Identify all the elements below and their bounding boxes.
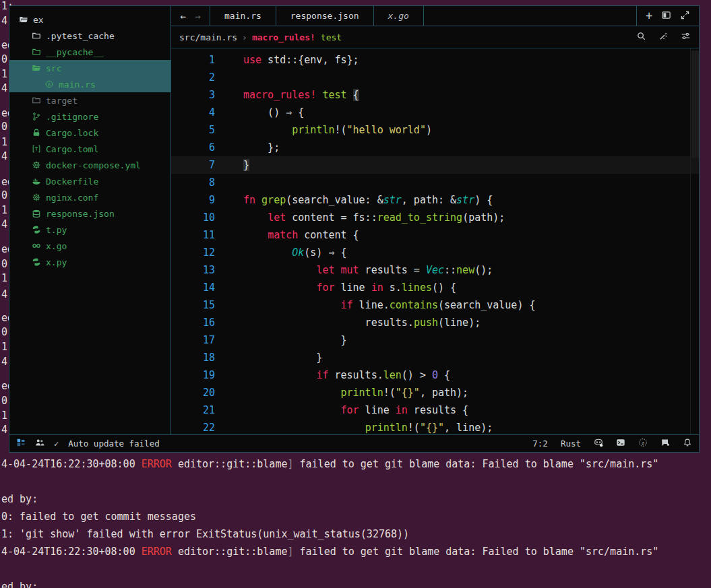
- forward-button[interactable]: →: [195, 11, 200, 22]
- check-icon: ✓: [54, 439, 59, 449]
- tree-item-label: nginx.conf: [46, 193, 98, 203]
- breadcrumb-path[interactable]: src/main.rs: [179, 32, 237, 42]
- tab-response-json[interactable]: response.json: [276, 6, 374, 26]
- copilot-button[interactable]: [594, 438, 603, 449]
- split-pane-button[interactable]: [661, 10, 671, 22]
- status-message[interactable]: Auto update failed: [68, 438, 159, 449]
- code-line-3[interactable]: 3macro_rules! test {: [171, 86, 699, 104]
- line-number: 12: [171, 244, 215, 261]
- code-editor[interactable]: 1use std::{env, fs};23macro_rules! test …: [171, 48, 699, 434]
- line-number: 2: [171, 69, 215, 86]
- tree-item-src[interactable]: src: [9, 60, 171, 76]
- tab-x-go[interactable]: x.go: [374, 6, 424, 26]
- code-text: Ok(s) ⇒ {: [215, 244, 347, 261]
- tree-item-label: Dockerfile: [46, 176, 98, 187]
- chat-icon: [660, 438, 670, 447]
- tree-item--pytest-cache[interactable]: .pytest_cache: [9, 28, 171, 44]
- code-line-7[interactable]: 7}: [171, 156, 699, 174]
- code-line-12[interactable]: 12 Ok(s) ⇒ {: [171, 244, 699, 261]
- gear-icon: [32, 193, 41, 202]
- inline-assist-button[interactable]: [658, 31, 669, 43]
- code-line-11[interactable]: 11 match content {: [171, 226, 699, 244]
- tree-item-cargo-lock[interactable]: Cargo.lock: [9, 125, 171, 141]
- code-line-16[interactable]: 16 results.push(line);: [171, 314, 699, 331]
- code-line-21[interactable]: 21 for line in results {: [171, 401, 699, 419]
- scrollbar-thumb[interactable]: [691, 51, 699, 158]
- svg-text:z: z: [642, 440, 644, 446]
- code-text: println!("{}", path);: [215, 384, 468, 401]
- tree-item-target[interactable]: target: [9, 92, 171, 108]
- terminal-button[interactable]: [616, 438, 625, 449]
- code-line-14[interactable]: 14 for line in s.lines() {: [171, 279, 699, 296]
- folder-icon: [32, 47, 41, 57]
- cursor-position[interactable]: 7:2: [532, 438, 548, 449]
- code-line-13[interactable]: 13 let mut results = Vec::new();: [171, 261, 699, 279]
- tab-bar-filler: [424, 6, 636, 26]
- line-number: 3: [171, 86, 215, 104]
- code-line-15[interactable]: 15 if line.contains(search_value) {: [171, 296, 699, 314]
- code-line-17[interactable]: 17 }: [171, 331, 699, 349]
- notifications-button[interactable]: [683, 438, 692, 449]
- code-line-19[interactable]: 19 if results.len() > 0 {: [171, 366, 699, 384]
- tree-item--gitignore[interactable]: .gitignore: [9, 108, 171, 125]
- background-terminal-output[interactable]: 4-04-24T16:22:30+08:00 ERROR editor::git…: [0, 453, 711, 588]
- scrollbar[interactable]: [690, 48, 699, 434]
- maximize-button[interactable]: [680, 10, 690, 22]
- tree-item-x-go[interactable]: x.go: [9, 238, 171, 254]
- rust-icon: R: [44, 79, 54, 89]
- breadcrumb-bar: src/main.rs › macro_rules! test: [171, 26, 699, 48]
- python-icon: [32, 225, 41, 234]
- terminal-log-line: ed by:: [1, 493, 38, 505]
- tree-item-t-py[interactable]: t.py: [9, 222, 171, 238]
- code-line-8[interactable]: 8: [171, 174, 699, 191]
- tree-item-dockerfile[interactable]: Dockerfile: [9, 173, 171, 189]
- tab-main-rs[interactable]: main.rs: [210, 6, 276, 26]
- history-nav: ← →: [171, 6, 210, 26]
- breadcrumb-symbol-keyword[interactable]: macro_rules!: [252, 32, 315, 42]
- code-line-5[interactable]: 5 println!("hello world"): [171, 121, 699, 139]
- terminal-log-line: 4-04-24T16:22:30+08:00 ERROR editor::git…: [1, 458, 658, 470]
- code-text: let content = fs::read_to_string(path);: [215, 209, 505, 226]
- tree-item-main-rs[interactable]: Rmain.rs: [9, 76, 171, 92]
- tree-item-label: .gitignore: [46, 112, 98, 122]
- line-number: 17: [171, 331, 215, 349]
- code-line-20[interactable]: 20 println!("{}", path);: [171, 384, 699, 401]
- tree-item-label: ex: [33, 15, 44, 25]
- editor-controls-button[interactable]: [681, 31, 691, 43]
- language-selector[interactable]: Rust: [561, 438, 581, 449]
- assistant-button[interactable]: z: [638, 438, 648, 449]
- code-line-9[interactable]: 9fn grep(search_value: &str, path: &str)…: [171, 191, 699, 209]
- code-line-6[interactable]: 6 };: [171, 139, 699, 156]
- code-line-22[interactable]: 22 println!("{}", line);: [171, 419, 699, 434]
- tree-item-label: response.json: [46, 209, 115, 219]
- chat-button[interactable]: [660, 438, 670, 449]
- terminal-log-line: 1: 'git show' failed with error ExitStat…: [1, 528, 409, 540]
- folder-open-icon: [32, 63, 41, 73]
- python-icon: [32, 257, 41, 267]
- code-line-1[interactable]: 1use std::{env, fs};: [171, 51, 699, 69]
- new-tab-button[interactable]: +: [646, 10, 652, 22]
- code-text: match content {: [215, 226, 359, 244]
- project-panel: ex.pytest_cache__pycache__srcRmain.rstar…: [9, 6, 171, 434]
- search-button[interactable]: [636, 31, 646, 43]
- tree-item--pycache-[interactable]: __pycache__: [9, 44, 171, 60]
- tree-item-nginx-conf[interactable]: nginx.conf: [9, 189, 171, 205]
- tree-item-x-py[interactable]: x.py: [9, 254, 171, 270]
- breadcrumb-symbol-name[interactable]: test: [315, 32, 342, 42]
- tree-item-response-json[interactable]: response.json: [9, 205, 171, 222]
- code-line-2[interactable]: 2: [171, 69, 699, 86]
- line-number: 10: [171, 209, 215, 226]
- tree-item-ex[interactable]: ex: [9, 11, 171, 28]
- back-button[interactable]: ←: [180, 11, 185, 22]
- code-line-10[interactable]: 10 let content = fs::read_to_string(path…: [171, 209, 699, 226]
- filter-icon: [681, 31, 691, 41]
- code-line-18[interactable]: 18 }: [171, 349, 699, 366]
- line-number: 13: [171, 261, 215, 279]
- collaboration-button[interactable]: [35, 438, 44, 449]
- tree-item-cargo-toml[interactable]: Cargo.toml: [9, 141, 171, 157]
- code-line-4[interactable]: 4 () ⇒ {: [171, 104, 699, 121]
- tree-item-docker-compose-yml[interactable]: docker-compose.yml: [9, 157, 171, 173]
- code-text: results.push(line);: [215, 314, 481, 331]
- terminal-log-line: ed by:: [1, 581, 38, 588]
- project-panel-toggle[interactable]: [16, 438, 26, 449]
